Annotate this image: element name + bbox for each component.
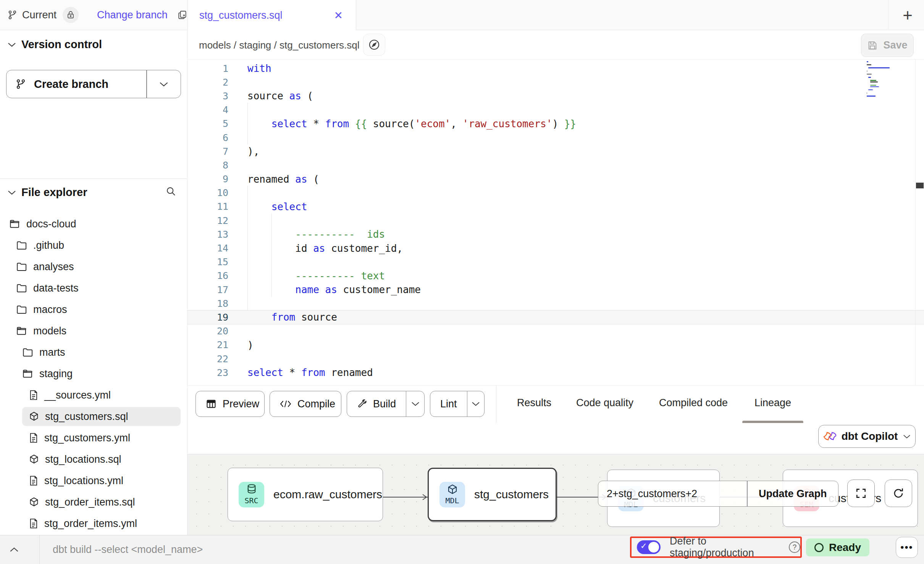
change-branch-link[interactable]: Change branch: [97, 9, 168, 21]
line-number: 4: [187, 104, 228, 115]
lint-button[interactable]: Lint: [430, 391, 485, 417]
tabstrip-divider: [888, 0, 888, 30]
close-icon[interactable]: ✕: [334, 9, 343, 22]
code-line-2[interactable]: 2: [187, 75, 924, 89]
create-branch-caret[interactable]: [147, 70, 181, 98]
tree-item-docs-cloud[interactable]: docs-cloud: [0, 213, 187, 235]
code-line-23[interactable]: 23select * from renamed: [187, 366, 924, 379]
tree-item-marts[interactable]: marts: [0, 342, 187, 363]
tab-code-quality[interactable]: Code quality: [576, 397, 633, 409]
tree-item-staging[interactable]: staging: [0, 363, 187, 384]
tree-item-stg-customers-sql[interactable]: stg_customers.sql: [0, 406, 187, 427]
tree-item-stg-customers-yml[interactable]: stg_customers.yml: [0, 427, 187, 449]
lineage-canvas[interactable]: SRCecom.raw_customersMDLstg_customersMDL…: [187, 454, 924, 535]
tree-item-analyses[interactable]: analyses: [0, 256, 187, 277]
version-control-section[interactable]: Version control: [8, 38, 102, 51]
command-input[interactable]: dbt build --select <model_name>: [53, 544, 203, 556]
code-line-8[interactable]: 8: [187, 158, 924, 172]
tab-results[interactable]: Results: [517, 397, 551, 409]
editor-gutter-line: [915, 60, 916, 385]
copy-branch-icon[interactable]: [178, 10, 187, 20]
code-line-14[interactable]: 14 id as customer_id,: [187, 241, 924, 255]
tab-compiled-code[interactable]: Compiled code: [659, 397, 728, 409]
file-explorer-section[interactable]: File explorer: [8, 186, 179, 199]
lint-caret[interactable]: [467, 391, 484, 417]
minimap-line: [870, 81, 878, 83]
create-branch-button[interactable]: Create branch: [6, 70, 181, 98]
compile-button[interactable]: Compile: [270, 391, 341, 417]
tree-item-stg-locations-yml[interactable]: stg_locations.yml: [0, 470, 187, 491]
tree-item-label: docs-cloud: [26, 218, 76, 230]
tree-item-label: __sources.yml: [44, 389, 111, 401]
statusbar-divider: [39, 535, 40, 564]
code-line-1[interactable]: 1with: [187, 62, 924, 75]
build-button[interactable]: Build: [347, 391, 425, 417]
tree-item-label: stg_order_items.yml: [44, 518, 137, 530]
line-number: 6: [187, 132, 228, 143]
lint-main[interactable]: Lint: [430, 391, 467, 417]
create-branch-main[interactable]: Create branch: [6, 70, 146, 98]
folder-icon: [16, 262, 27, 272]
line-number: 1: [187, 63, 228, 74]
file-model-icon: [29, 454, 39, 465]
code-icon: [280, 399, 291, 408]
code-editor[interactable]: 1with23source as (45 select * from {{ so…: [187, 60, 924, 385]
line-number: 18: [187, 298, 228, 309]
dbt-copilot-button[interactable]: dbt Copilot: [818, 425, 916, 448]
minimap-line: [867, 61, 868, 62]
code-line-7[interactable]: 7),: [187, 144, 924, 158]
tree-item-stg-order-items-sql[interactable]: stg_order_items.sql: [0, 491, 187, 513]
tree-item-data-tests[interactable]: data-tests: [0, 277, 187, 299]
collapse-panel-button[interactable]: [8, 544, 20, 555]
help-icon[interactable]: ?: [789, 541, 800, 553]
new-tab-button[interactable]: +: [898, 7, 917, 24]
code-text: ---------- ids: [228, 229, 385, 240]
code-line-22[interactable]: 22: [187, 352, 924, 366]
preview-button[interactable]: Preview: [195, 391, 265, 417]
tree-item--sources-yml[interactable]: __sources.yml: [0, 384, 187, 406]
code-line-5[interactable]: 5 select * from {{ source('ecom', 'raw_c…: [187, 117, 924, 131]
tab-stg-customers-sql[interactable]: stg_customers.sql ✕: [187, 0, 356, 31]
tree-item-macros[interactable]: macros: [0, 299, 187, 320]
code-line-11[interactable]: 11 select: [187, 200, 924, 214]
update-graph-button[interactable]: Update Graph: [748, 481, 838, 506]
more-options-button[interactable]: •••: [896, 537, 918, 558]
compile-label: Compile: [297, 398, 335, 410]
git-branch-icon: [16, 78, 26, 90]
tree-item--github[interactable]: .github: [0, 235, 187, 256]
file-doc-icon: [29, 433, 38, 443]
code-line-19[interactable]: 19 from source: [187, 310, 924, 324]
code-line-18[interactable]: 18: [187, 297, 924, 310]
code-line-12[interactable]: 12: [187, 214, 924, 227]
tree-item-stg-order-items-yml[interactable]: stg_order_items.yml: [0, 513, 187, 534]
code-line-21[interactable]: 21): [187, 338, 924, 352]
fullscreen-button[interactable]: [847, 480, 875, 507]
lineage-selector-input[interactable]: 2+stg_customers+2: [598, 481, 747, 506]
refresh-icon[interactable]: [885, 480, 912, 507]
code-line-6[interactable]: 6: [187, 131, 924, 144]
build-main[interactable]: Build: [347, 391, 406, 417]
code-line-20[interactable]: 20: [187, 324, 924, 338]
code-line-13[interactable]: 13 ---------- ids: [187, 227, 924, 241]
build-caret[interactable]: [406, 391, 424, 417]
code-line-17[interactable]: 17 name as customer_name: [187, 283, 924, 297]
code-line-15[interactable]: 15: [187, 255, 924, 269]
node-label: stg_customers: [474, 488, 549, 501]
tree-item-stg-locations-sql[interactable]: stg_locations.sql: [0, 449, 187, 470]
scrollbar-thumb[interactable]: [916, 183, 924, 188]
tab-lineage[interactable]: Lineage: [754, 397, 791, 409]
toggle-knob: [648, 542, 659, 553]
lineage-node-ecom-raw-customers[interactable]: SRCecom.raw_customers: [228, 468, 383, 521]
tree-item-models[interactable]: models: [0, 320, 187, 342]
search-icon[interactable]: [166, 186, 176, 197]
file-tree: docs-cloud.githubanalysesdata-testsmacro…: [0, 213, 187, 534]
defer-toggle[interactable]: ✓: [637, 540, 661, 554]
code-line-16[interactable]: 16 ---------- text: [187, 269, 924, 283]
code-line-9[interactable]: 9renamed as (: [187, 172, 924, 186]
lineage-node-stg-customers[interactable]: MDLstg_customers: [428, 468, 557, 521]
code-line-10[interactable]: 10: [187, 186, 924, 200]
lineage-compass-button[interactable]: [363, 34, 385, 56]
save-button[interactable]: Save: [861, 34, 914, 57]
code-line-4[interactable]: 4: [187, 103, 924, 117]
code-line-3[interactable]: 3source as (: [187, 89, 924, 103]
